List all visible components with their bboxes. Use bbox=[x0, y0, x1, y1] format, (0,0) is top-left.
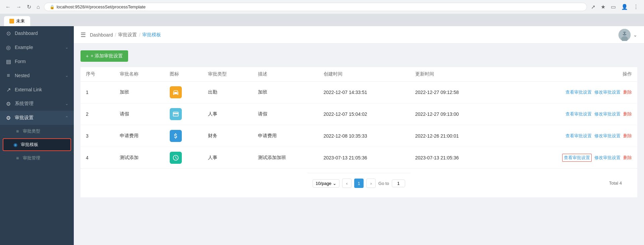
page-size-select[interactable]: 10/page ⌄ bbox=[313, 179, 339, 188]
current-page-number[interactable]: 1 bbox=[354, 179, 364, 188]
icon-badge bbox=[170, 130, 182, 142]
svg-point-3 bbox=[623, 33, 624, 34]
breadcrumb-dashboard[interactable]: Dashboard bbox=[90, 32, 113, 38]
sidebar-item-nested[interactable]: ≡ Nested ⌄ bbox=[0, 68, 74, 83]
window-button[interactable]: ▭ bbox=[609, 3, 617, 11]
dashboard-icon: ⊙ bbox=[5, 30, 11, 36]
breadcrumb-approval-settings[interactable]: 审批设置 bbox=[118, 32, 137, 38]
topbar-right: ⌄ bbox=[619, 29, 637, 41]
sidebar-label-form: Form bbox=[15, 59, 68, 64]
avatar-dropdown-icon[interactable]: ⌄ bbox=[633, 32, 637, 38]
cell-desc: 测试添加加班 bbox=[253, 147, 318, 169]
profile-button[interactable]: 👤 bbox=[620, 3, 629, 11]
cell-type: 财务 bbox=[203, 125, 252, 147]
tab-favicon bbox=[9, 19, 14, 23]
sidebar-item-dashboard[interactable]: ⊙ Dashboard bbox=[0, 26, 74, 40]
delete-approval-link[interactable]: 删除 bbox=[623, 155, 632, 161]
cell-actions: 查看审批设置 修改审批设置 删除 bbox=[501, 82, 637, 103]
sidebar-item-example[interactable]: ◎ Example ⌄ bbox=[0, 40, 74, 54]
cell-type: 出勤 bbox=[203, 82, 252, 103]
breadcrumb-sep-1: / bbox=[115, 32, 116, 38]
cell-updated: 2022-12-27 09:13:00 bbox=[410, 103, 501, 125]
sidebar-item-external-link[interactable]: ↗ External Link bbox=[0, 83, 74, 97]
goto-input[interactable] bbox=[392, 180, 405, 187]
action-cell: 查看审批设置 修改审批设置 删除 bbox=[507, 133, 632, 139]
delete-approval-link[interactable]: 删除 bbox=[623, 133, 632, 139]
example-arrow-icon: ⌄ bbox=[65, 45, 68, 50]
table-row: 1 加班 出勤 加班 2022-12-07 14:33:51 2022-12-2… bbox=[80, 82, 637, 103]
cell-updated: 2022-12-26 21:00:01 bbox=[410, 125, 501, 147]
cell-actions: 查看审批设置 修改审批设置 删除 bbox=[501, 125, 637, 147]
table-row: 4 测试添加 人事 测试添加加班 2023-07-13 21:05:36 202… bbox=[80, 147, 637, 169]
breadcrumb-approval-template[interactable]: 审批模板 bbox=[142, 32, 161, 38]
sidebar-sub-approval-template[interactable]: ◉ 审批模板 bbox=[3, 138, 71, 151]
total-count: Total 4 bbox=[609, 181, 622, 186]
home-button[interactable]: ⌂ bbox=[35, 3, 41, 11]
avatar[interactable] bbox=[619, 29, 631, 41]
goto-label: Go to bbox=[378, 181, 389, 186]
add-approval-button[interactable]: + + 添加审批设置 bbox=[80, 50, 128, 62]
sidebar-sub-label-approval-manage: 审批管理 bbox=[23, 155, 40, 161]
view-approval-link[interactable]: 查看审批设置 bbox=[566, 89, 592, 95]
col-icon: 图标 bbox=[164, 67, 203, 82]
edit-approval-link[interactable]: 修改审批设置 bbox=[594, 133, 621, 139]
sidebar-sub-approval-type[interactable]: ≡ 审批类型 bbox=[0, 125, 74, 138]
approval-icon: ⚙ bbox=[5, 115, 11, 121]
approval-table-container: 序号 审批名称 图标 审批类型 描述 创建时间 更新时间 操作 1 加班 bbox=[80, 67, 637, 168]
cell-desc: 加班 bbox=[253, 82, 318, 103]
share-button[interactable]: ➚ bbox=[590, 3, 597, 11]
system-icon: ⚙ bbox=[5, 101, 11, 107]
cell-icon bbox=[164, 147, 203, 169]
approval-manage-icon: ≡ bbox=[15, 155, 20, 161]
sidebar-item-form[interactable]: ▤ Form bbox=[0, 54, 74, 68]
icon-badge bbox=[170, 152, 182, 164]
page-size-arrow: ⌄ bbox=[333, 181, 336, 186]
add-button-label: + 添加审批设置 bbox=[91, 53, 123, 59]
prev-page-button[interactable]: ‹ bbox=[342, 179, 352, 188]
col-updated: 更新时间 bbox=[410, 67, 501, 82]
icon-badge bbox=[170, 86, 182, 98]
sidebar-label-dashboard: Dashboard bbox=[15, 31, 68, 36]
view-approval-link[interactable]: 查看审批设置 bbox=[566, 111, 592, 117]
tab-title: 未来 bbox=[16, 18, 25, 24]
view-approval-link[interactable]: 查看审批设置 bbox=[566, 133, 592, 139]
sidebar-item-approval[interactable]: ⚙ 审批设置 ⌃ bbox=[0, 111, 74, 125]
approval-arrow-icon: ⌃ bbox=[65, 115, 68, 120]
delete-approval-link[interactable]: 删除 bbox=[623, 111, 632, 117]
col-type: 审批类型 bbox=[203, 67, 252, 82]
sidebar-label-example: Example bbox=[15, 45, 62, 50]
col-seq: 序号 bbox=[80, 67, 114, 82]
sidebar-item-system[interactable]: ⚙ 系统管理 ⌄ bbox=[0, 97, 74, 111]
sidebar-sub-label-approval-type: 审批类型 bbox=[23, 128, 40, 134]
url-text: localhost:9528/#/processSet/processTempl… bbox=[57, 4, 146, 9]
next-page-button[interactable]: › bbox=[366, 179, 376, 188]
sidebar: ⊙ Dashboard ◎ Example ⌄ ▤ Form ≡ Nested … bbox=[0, 26, 74, 245]
url-bar[interactable]: 🔒 localhost:9528/#/processSet/processTem… bbox=[44, 3, 587, 11]
back-button[interactable]: ← bbox=[4, 3, 12, 11]
cell-name: 申请费用 bbox=[114, 125, 164, 147]
cell-created: 2022-12-07 14:33:51 bbox=[318, 82, 410, 103]
reload-button[interactable]: ↻ bbox=[25, 3, 33, 11]
delete-approval-link[interactable]: 删除 bbox=[623, 89, 632, 95]
forward-button[interactable]: → bbox=[15, 3, 23, 11]
edit-approval-link[interactable]: 修改审批设置 bbox=[594, 111, 621, 117]
active-tab[interactable]: 未来 bbox=[4, 16, 30, 26]
view-approval-link[interactable]: 查看审批设置 bbox=[562, 154, 592, 162]
cell-type: 人事 bbox=[203, 103, 252, 125]
pagination: 10/page ⌄ ‹ 1 › Go to bbox=[307, 173, 411, 193]
table-header-row: 序号 审批名称 图标 审批类型 描述 创建时间 更新时间 操作 bbox=[80, 67, 637, 82]
sidebar-label-approval: 审批设置 bbox=[15, 115, 62, 121]
sidebar-sub-approval-manage[interactable]: ≡ 审批管理 bbox=[0, 152, 74, 164]
edit-approval-link[interactable]: 修改审批设置 bbox=[594, 89, 621, 95]
bookmark-button[interactable]: ★ bbox=[599, 3, 607, 11]
menu-toggle-icon[interactable]: ☰ bbox=[80, 31, 86, 39]
menu-button[interactable]: ⋮ bbox=[632, 3, 640, 11]
edit-approval-link[interactable]: 修改审批设置 bbox=[594, 155, 621, 161]
cell-icon bbox=[164, 125, 203, 147]
approval-template-icon: ◉ bbox=[13, 142, 18, 147]
cell-actions: 查看审批设置 修改审批设置 删除 bbox=[501, 147, 637, 169]
table-row: 3 申请费用 财务 申请费用 2022-12-08 10:35:33 2022-… bbox=[80, 125, 637, 147]
sidebar-label-nested: Nested bbox=[15, 73, 62, 78]
cell-updated: 2023-07-13 21:05:36 bbox=[410, 147, 501, 169]
cell-seq: 3 bbox=[80, 125, 114, 147]
